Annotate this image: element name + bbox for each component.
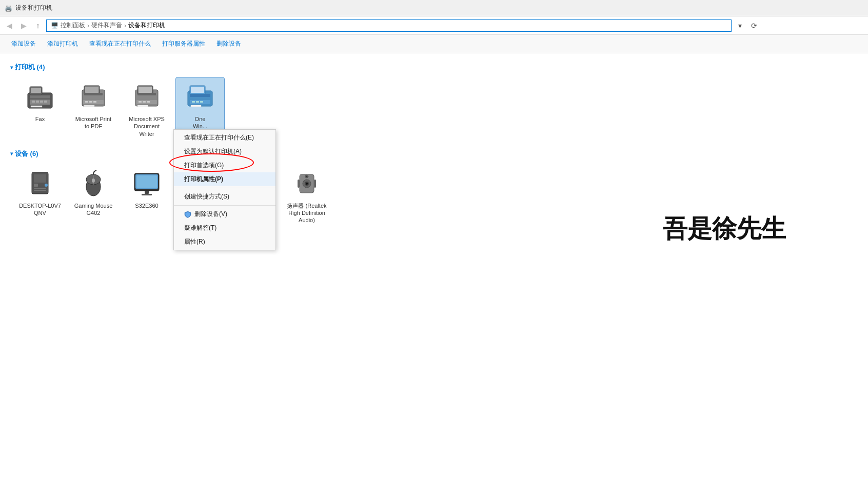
path-current: 设备和打印机 bbox=[128, 21, 165, 30]
device-item-desktop[interactable]: DESKTOP-L0V7QNV bbox=[15, 164, 65, 228]
svg-rect-3 bbox=[30, 95, 50, 98]
address-bar: ◀ ▶ ↑ 🖥️ 控制面板 › 硬件和声音 › 设备和打印机 ▾ ⟳ bbox=[0, 16, 868, 35]
devices-grid: DESKTOP-L0V7QNV Gaming MouseG402 bbox=[10, 164, 858, 228]
monitor-label: S32E360 bbox=[135, 202, 158, 209]
devices-chevron-icon: ▾ bbox=[10, 151, 13, 156]
svg-rect-7 bbox=[40, 101, 43, 103]
path-separator-1: › bbox=[87, 22, 89, 29]
svg-point-40 bbox=[45, 184, 48, 187]
desktop-icon bbox=[24, 167, 56, 200]
add-device-button[interactable]: 添加设备 bbox=[6, 37, 41, 51]
svg-rect-12 bbox=[85, 87, 98, 93]
svg-rect-16 bbox=[89, 101, 92, 103]
svg-rect-30 bbox=[191, 87, 204, 93]
gaming-mouse-icon bbox=[77, 167, 110, 200]
devices-section-header[interactable]: ▾ 设备 (6) bbox=[10, 149, 858, 158]
add-printer-button[interactable]: 添加打印机 bbox=[42, 37, 83, 51]
svg-rect-17 bbox=[93, 101, 96, 103]
context-remove-device[interactable]: 删除设备(V) bbox=[174, 207, 275, 221]
svg-rect-5 bbox=[32, 101, 35, 103]
svg-rect-49 bbox=[136, 175, 157, 188]
device-item-fax[interactable]: Fax bbox=[15, 77, 65, 141]
desktop-label: DESKTOP-L0V7QNV bbox=[19, 202, 61, 217]
svg-point-46 bbox=[92, 178, 95, 183]
window-icon: 🖨️ bbox=[4, 4, 12, 12]
context-menu: 查看现在正在打印什么(E) 设置为默认打印机(A) 打印首选项(G) 打印机属性… bbox=[173, 129, 276, 250]
printers-section-label: 打印机 (4) bbox=[15, 63, 45, 72]
up-button[interactable]: ↑ bbox=[32, 19, 44, 32]
gaming-mouse-label: Gaming MouseG402 bbox=[74, 202, 113, 217]
onenote-label: OneWin... bbox=[193, 115, 207, 130]
svg-rect-21 bbox=[139, 87, 152, 93]
monitor-icon bbox=[130, 167, 163, 200]
svg-rect-34 bbox=[196, 101, 199, 103]
context-troubleshoot[interactable]: 疑难解答(T) bbox=[174, 221, 275, 235]
context-set-default[interactable]: 设置为默认打印机(A) bbox=[174, 145, 275, 158]
svg-rect-15 bbox=[85, 101, 88, 103]
printers-section-header[interactable]: ▾ 打印机 (4) bbox=[10, 63, 858, 72]
dropdown-button[interactable]: ▾ bbox=[734, 19, 746, 32]
svg-rect-24 bbox=[139, 101, 142, 103]
device-item-gaming-mouse[interactable]: Gaming MouseG402 bbox=[69, 164, 118, 228]
svg-rect-25 bbox=[143, 101, 146, 103]
svg-rect-22 bbox=[137, 93, 156, 95]
path-control-panel: 控制面板 bbox=[61, 21, 85, 30]
context-create-shortcut[interactable]: 创建快捷方式(S) bbox=[174, 190, 275, 204]
device-item-monitor[interactable]: S32E360 bbox=[122, 164, 171, 228]
svg-rect-36 bbox=[191, 105, 201, 107]
svg-rect-50 bbox=[145, 191, 149, 194]
svg-rect-51 bbox=[142, 194, 152, 195]
path-hardware-sound: 硬件和声音 bbox=[91, 21, 122, 30]
context-properties[interactable]: 属性(R) bbox=[174, 235, 275, 249]
svg-rect-42 bbox=[34, 190, 46, 191]
device-item-speaker[interactable]: 扬声器 (RealtekHigh DefinitionAudio) bbox=[282, 164, 331, 228]
svg-rect-8 bbox=[44, 101, 47, 103]
ms-print-pdf-label: Microsoft Printto PDF bbox=[75, 115, 111, 130]
printers-chevron-icon: ▾ bbox=[10, 65, 13, 70]
svg-rect-39 bbox=[34, 184, 38, 187]
refresh-button[interactable]: ⟳ bbox=[748, 19, 760, 32]
svg-rect-13 bbox=[84, 93, 103, 95]
fax-label: Fax bbox=[35, 115, 45, 123]
svg-rect-31 bbox=[190, 94, 210, 97]
svg-rect-27 bbox=[137, 105, 148, 107]
printers-grid: Fax Microsoft Printto PDF bbox=[10, 77, 858, 141]
context-see-printing[interactable]: 查看现在正在打印什么(E) bbox=[174, 131, 275, 145]
path-home-icon: 🖥️ bbox=[51, 22, 58, 29]
onenote-icon bbox=[184, 81, 216, 113]
svg-rect-2 bbox=[31, 88, 41, 93]
back-button[interactable]: ◀ bbox=[3, 19, 15, 32]
window-title: 设备和打印机 bbox=[15, 4, 52, 12]
svg-rect-74 bbox=[298, 180, 300, 188]
svg-rect-38 bbox=[34, 174, 46, 183]
svg-rect-9 bbox=[31, 106, 42, 107]
device-item-ms-print-pdf[interactable]: Microsoft Printto PDF bbox=[69, 77, 118, 141]
main-content: ▾ 打印机 (4) bbox=[0, 53, 868, 242]
forward-button[interactable]: ▶ bbox=[17, 19, 30, 32]
svg-point-71 bbox=[306, 183, 308, 185]
ms-print-pdf-icon bbox=[77, 81, 110, 113]
speaker-label: 扬声器 (RealtekHigh DefinitionAudio) bbox=[287, 202, 326, 224]
see-print-jobs-button[interactable]: 查看现在正在打印什么 bbox=[84, 37, 156, 51]
svg-rect-26 bbox=[147, 101, 150, 103]
context-print-preferences[interactable]: 打印首选项(G) bbox=[174, 158, 275, 172]
shield-icon bbox=[184, 211, 191, 218]
svg-point-73 bbox=[306, 175, 308, 177]
print-server-props-button[interactable]: 打印服务器属性 bbox=[157, 37, 210, 51]
speaker-icon bbox=[290, 167, 323, 200]
ms-xps-label: Microsoft XPSDocumentWriter bbox=[129, 115, 165, 137]
svg-rect-6 bbox=[36, 101, 39, 103]
svg-rect-75 bbox=[314, 180, 316, 188]
svg-rect-18 bbox=[84, 105, 94, 107]
devices-section-label: 设备 (6) bbox=[15, 149, 38, 158]
svg-rect-41 bbox=[34, 188, 46, 189]
ms-xps-icon bbox=[130, 81, 163, 113]
device-item-ms-xps[interactable]: Microsoft XPSDocumentWriter bbox=[122, 77, 171, 141]
toolbar: 添加设备 添加打印机 查看现在正在打印什么 打印服务器属性 删除设备 bbox=[0, 35, 868, 53]
context-separator-2 bbox=[174, 205, 275, 206]
fax-icon bbox=[24, 81, 56, 113]
remove-device-button[interactable]: 删除设备 bbox=[211, 37, 246, 51]
svg-rect-33 bbox=[192, 101, 195, 103]
address-path[interactable]: 🖥️ 控制面板 › 硬件和声音 › 设备和打印机 bbox=[46, 19, 732, 32]
context-printer-properties[interactable]: 打印机属性(P) bbox=[174, 172, 275, 186]
